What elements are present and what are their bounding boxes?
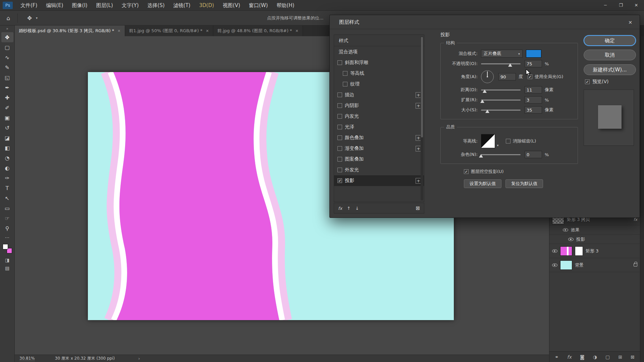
opacity-slider[interactable]: [481, 63, 521, 64]
screen-mode-icon[interactable]: ▤: [1, 264, 13, 272]
menu-select[interactable]: 选择(S): [143, 0, 169, 11]
global-light-option[interactable]: ✓ 使用全局光(G): [528, 74, 563, 80]
photoshop-logo[interactable]: Ps: [3, 2, 13, 9]
style-item-pattern-overlay[interactable]: 图案叠加: [334, 154, 424, 165]
layer-style-icon[interactable]: fx: [567, 354, 572, 360]
slider-thumb[interactable]: [485, 110, 489, 113]
restore-icon[interactable]: ❐: [613, 0, 629, 11]
antialias-checkbox[interactable]: [506, 139, 511, 143]
style-item-drop-shadow[interactable]: ✓ 投影 +: [334, 175, 424, 186]
menu-window[interactable]: 窗口(W): [245, 0, 272, 11]
style-item-blending-options[interactable]: 混合选项: [334, 46, 424, 57]
blend-mode-dropdown[interactable]: 正片叠底 ▾: [481, 50, 523, 58]
cancel-button[interactable]: 取消: [584, 50, 636, 60]
move-tool-icon[interactable]: ✥: [24, 13, 35, 23]
angle-dial[interactable]: [481, 70, 494, 83]
style-checkbox[interactable]: [343, 71, 347, 76]
reset-default-button[interactable]: 复位为默认值: [505, 179, 543, 188]
status-chevron-icon[interactable]: ›: [138, 356, 140, 361]
marquee-tool[interactable]: ▢: [1, 42, 13, 52]
knockout-option[interactable]: ✓ 图层挖空投影(U): [464, 169, 578, 175]
hand-tool[interactable]: ☞: [1, 213, 13, 223]
move-tool[interactable]: ✥: [1, 32, 13, 42]
delete-layer-icon[interactable]: ⊠: [631, 354, 635, 360]
tab-close-icon[interactable]: ✕: [117, 29, 120, 33]
new-group-icon[interactable]: ▢: [605, 354, 610, 360]
menu-edit[interactable]: 编辑(E): [42, 0, 67, 11]
menu-filter[interactable]: 滤镜(T): [169, 0, 195, 11]
style-checkbox[interactable]: ✓: [337, 178, 342, 183]
menu-image[interactable]: 图像(I): [68, 0, 92, 11]
ok-button[interactable]: 确定: [584, 35, 636, 46]
dodge-tool[interactable]: ◐: [1, 163, 13, 173]
knockout-checkbox[interactable]: ✓: [464, 169, 469, 174]
scrollbar-thumb[interactable]: [421, 37, 423, 137]
style-item-bevel-emboss[interactable]: 斜面和浮雕: [334, 57, 424, 68]
layer-row-rect3[interactable]: 矩形 3: [549, 244, 640, 258]
shadow-color-swatch[interactable]: [526, 50, 541, 58]
adjustment-layer-icon[interactable]: ◑: [593, 354, 597, 360]
slider-thumb[interactable]: [508, 63, 512, 67]
angle-input[interactable]: [498, 73, 516, 80]
styles-scrollbar[interactable]: [421, 36, 423, 200]
style-checkbox[interactable]: [343, 82, 347, 86]
move-effect-down-icon[interactable]: ↓: [355, 206, 359, 211]
style-checkbox[interactable]: [337, 114, 342, 119]
new-style-button[interactable]: 新建样式(W)...: [584, 64, 636, 75]
healing-brush-tool[interactable]: ✚: [1, 93, 13, 103]
home-icon[interactable]: ⌂: [3, 13, 14, 23]
minimize-icon[interactable]: ─: [598, 0, 613, 11]
effects-row[interactable]: 效果: [549, 225, 640, 235]
shape-tool[interactable]: ▭: [1, 203, 13, 213]
dialog-close-icon[interactable]: ✕: [626, 18, 634, 26]
antialias-option[interactable]: 消除锯齿(L): [506, 138, 536, 144]
tab-document-2[interactable]: 前1.jpg @ 50% (图层 0, RGB/8#) * ✕: [125, 25, 213, 36]
style-item-inner-shadow[interactable]: 内阴影 +: [334, 100, 424, 111]
style-item-satin[interactable]: 光泽: [334, 122, 424, 132]
visibility-eye-icon[interactable]: [563, 228, 568, 232]
gradient-tool[interactable]: ◧: [1, 143, 13, 153]
style-checkbox[interactable]: [337, 135, 342, 140]
menu-file[interactable]: 文件(F): [16, 0, 42, 11]
preview-option[interactable]: ✓ 预览(V): [585, 79, 636, 85]
path-select-tool[interactable]: ↖: [1, 193, 13, 203]
zoom-tool[interactable]: ⚲: [1, 223, 13, 233]
style-item-gradient-overlay[interactable]: 渐变叠加 +: [334, 143, 424, 154]
collapse-panel-icon[interactable]: »: [6, 25, 8, 32]
style-item-inner-glow[interactable]: 内发光: [334, 111, 424, 122]
style-checkbox[interactable]: [337, 125, 342, 129]
style-item-outer-glow[interactable]: 外发光: [334, 165, 424, 175]
new-layer-icon[interactable]: ⊞: [618, 354, 622, 360]
menu-type[interactable]: 文字(Y): [117, 0, 143, 11]
blur-tool[interactable]: ◔: [1, 153, 13, 163]
add-mask-icon[interactable]: ◙: [580, 354, 585, 360]
effect-shadow-row[interactable]: 投影: [549, 235, 640, 244]
menu-help[interactable]: 帮助(H): [272, 0, 299, 11]
close-icon[interactable]: ✕: [629, 0, 644, 11]
quick-mask-icon[interactable]: ◨: [1, 256, 13, 264]
slider-thumb[interactable]: [479, 154, 483, 158]
style-checkbox[interactable]: [337, 146, 342, 151]
type-tool[interactable]: T: [1, 183, 13, 193]
contour-picker[interactable]: [481, 134, 495, 148]
eraser-tool[interactable]: ◪: [1, 133, 13, 143]
menu-view[interactable]: 视图(V): [218, 0, 245, 11]
set-default-button[interactable]: 设置为默认值: [464, 179, 501, 188]
pen-tool[interactable]: ✑: [1, 173, 13, 183]
menu-3d[interactable]: 3D(D): [195, 0, 218, 11]
style-checkbox[interactable]: [337, 103, 342, 108]
foreground-color-swatch[interactable]: [3, 244, 8, 249]
color-swatches[interactable]: [3, 244, 12, 253]
clone-stamp-tool[interactable]: ▣: [1, 113, 13, 123]
delete-effect-icon[interactable]: ⊠: [416, 205, 420, 211]
style-item-texture[interactable]: 纹理: [334, 79, 424, 89]
size-input[interactable]: [525, 106, 542, 114]
size-slider[interactable]: [481, 110, 521, 111]
slider-thumb[interactable]: [480, 100, 484, 103]
distance-input[interactable]: [525, 86, 542, 94]
layer-thumbnail[interactable]: [560, 260, 572, 270]
noise-slider[interactable]: [481, 154, 521, 155]
tab-close-icon[interactable]: ✕: [206, 29, 209, 33]
zoom-level[interactable]: 30.81%: [19, 356, 35, 361]
spread-slider[interactable]: [481, 100, 521, 101]
